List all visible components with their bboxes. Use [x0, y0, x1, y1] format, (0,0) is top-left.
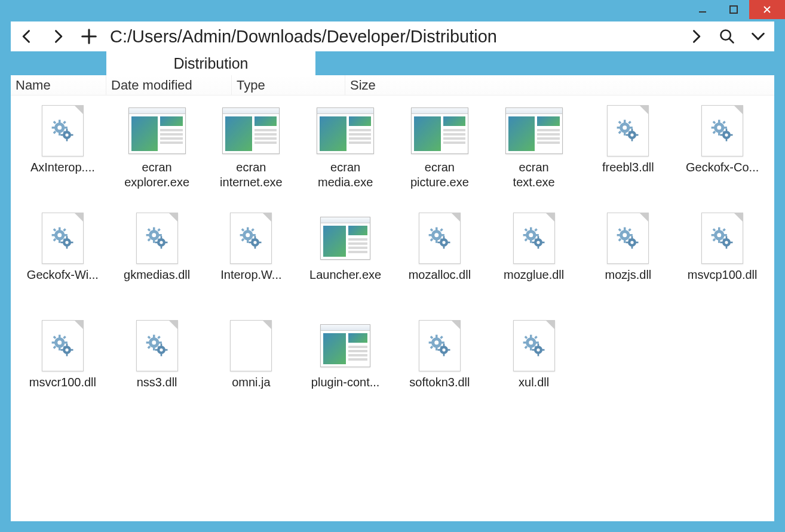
file-label: gkmedias.dll — [124, 267, 190, 282]
file-item[interactable]: mozjs.dll — [581, 209, 676, 310]
dropdown-button[interactable] — [748, 26, 768, 47]
column-headers: Name Date modified Type Size — [11, 75, 774, 96]
exe-window-icon — [317, 105, 374, 156]
file-label: ecran media.exe — [318, 160, 373, 190]
file-item[interactable]: nss3.dll — [110, 316, 204, 418]
file-item[interactable]: freebl3.dll — [581, 102, 676, 203]
file-label: Geckofx-Wi... — [27, 267, 99, 282]
column-header-type[interactable]: Type — [232, 75, 345, 95]
dll-file-icon — [222, 213, 280, 264]
column-header-date[interactable]: Date modified — [106, 75, 232, 95]
file-label: plugin-cont... — [311, 375, 380, 390]
exe-window-icon — [317, 213, 374, 264]
file-grid[interactable]: AxInterop....ecran explorer.exeecran int… — [11, 96, 774, 521]
dll-file-icon — [128, 213, 186, 264]
go-button[interactable] — [686, 26, 706, 47]
window-controls — [687, 0, 785, 19]
back-button[interactable] — [17, 26, 37, 47]
exe-window-icon — [411, 105, 468, 156]
search-button[interactable] — [717, 26, 737, 47]
generic-file-icon — [222, 320, 280, 371]
file-label: ecran text.exe — [513, 160, 555, 190]
file-item[interactable]: plugin-cont... — [298, 316, 392, 418]
dll-file-icon — [505, 320, 563, 371]
dll-file-icon — [694, 105, 751, 156]
dll-file-icon — [34, 105, 91, 156]
forward-button[interactable] — [48, 26, 68, 47]
file-item[interactable]: msvcr100.dll — [16, 316, 110, 418]
toolbar-right — [686, 26, 768, 47]
dll-file-icon — [411, 213, 468, 264]
minimize-button[interactable] — [687, 0, 718, 19]
tab-distribution[interactable]: Distribution — [106, 51, 315, 75]
file-label: xul.dll — [519, 375, 549, 390]
file-label: Interop.W... — [220, 267, 281, 282]
tabstrip: Distribution — [11, 51, 774, 75]
file-label: msvcp100.dll — [688, 267, 758, 282]
close-button[interactable] — [749, 0, 785, 19]
file-item[interactable]: omni.ja — [204, 316, 299, 418]
file-label: nss3.dll — [137, 375, 177, 390]
file-item[interactable]: Geckofx-Wi... — [16, 209, 110, 310]
column-header-size[interactable]: Size — [345, 75, 774, 95]
file-label: ecran picture.exe — [410, 160, 469, 190]
toolbar: C:/Users/Admin/Downloads/Developer/Distr… — [11, 21, 774, 51]
file-label: AxInterop.... — [30, 160, 95, 175]
file-item[interactable]: AxInterop.... — [16, 102, 110, 203]
file-item[interactable]: ecran text.exe — [487, 102, 581, 203]
exe-window-icon — [317, 320, 374, 371]
dll-file-icon — [694, 213, 751, 264]
dll-file-icon — [599, 213, 657, 264]
svg-rect-0 — [699, 11, 706, 13]
file-label: Geckofx-Co... — [686, 160, 759, 175]
file-item[interactable]: ecran media.exe — [298, 102, 392, 203]
column-header-name[interactable]: Name — [11, 75, 106, 95]
dll-file-icon — [599, 105, 657, 156]
file-item[interactable]: ecran picture.exe — [392, 102, 487, 203]
exe-window-icon — [222, 105, 280, 156]
file-item[interactable]: Interop.W... — [204, 209, 299, 310]
file-item[interactable]: Launcher.exe — [298, 209, 392, 310]
file-item[interactable]: softokn3.dll — [392, 316, 487, 418]
file-label: omni.ja — [232, 375, 270, 390]
dll-file-icon — [34, 320, 91, 371]
dll-file-icon — [128, 320, 186, 371]
file-item[interactable]: xul.dll — [487, 316, 581, 418]
file-item[interactable]: mozglue.dll — [487, 209, 581, 310]
titlebar[interactable] — [0, 0, 785, 21]
file-label: msvcr100.dll — [29, 375, 96, 390]
svg-rect-1 — [730, 6, 737, 13]
path-display[interactable]: C:/Users/Admin/Downloads/Developer/Distr… — [110, 27, 675, 47]
exe-window-icon — [505, 105, 563, 156]
add-button[interactable] — [79, 26, 99, 47]
file-item[interactable]: msvcp100.dll — [675, 209, 769, 310]
file-label: ecran internet.exe — [220, 160, 283, 190]
tab-rest[interactable] — [315, 51, 774, 75]
dll-file-icon — [34, 213, 91, 264]
file-label: mozalloc.dll — [409, 267, 471, 282]
dll-file-icon — [505, 213, 563, 264]
file-label: softokn3.dll — [409, 375, 470, 390]
file-item[interactable]: ecran internet.exe — [204, 102, 299, 203]
file-item[interactable]: Geckofx-Co... — [675, 102, 769, 203]
dll-file-icon — [411, 320, 468, 371]
maximize-button[interactable] — [718, 0, 749, 19]
file-item[interactable]: mozalloc.dll — [392, 209, 487, 310]
file-item[interactable]: gkmedias.dll — [110, 209, 204, 310]
file-label: ecran explorer.exe — [124, 160, 189, 190]
tab-spacer — [11, 51, 106, 75]
file-label: freebl3.dll — [602, 160, 654, 175]
exe-window-icon — [128, 105, 186, 156]
file-explorer-window: C:/Users/Admin/Downloads/Developer/Distr… — [0, 0, 785, 532]
file-panel: Name Date modified Type Size AxInterop..… — [11, 75, 774, 521]
content-frame: C:/Users/Admin/Downloads/Developer/Distr… — [11, 21, 774, 521]
file-label: mozjs.dll — [605, 267, 651, 282]
file-label: mozglue.dll — [504, 267, 564, 282]
file-label: Launcher.exe — [309, 267, 381, 282]
file-item[interactable]: ecran explorer.exe — [110, 102, 204, 203]
